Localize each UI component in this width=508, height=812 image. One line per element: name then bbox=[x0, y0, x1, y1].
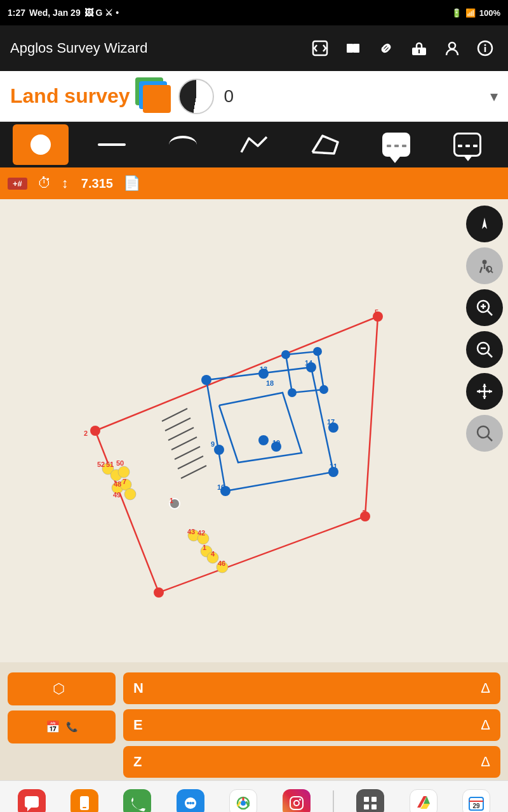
svg-point-97 bbox=[189, 802, 192, 804]
survey-header: Land survey 0 ▾ bbox=[0, 71, 508, 122]
time-display: 1:27 bbox=[8, 8, 25, 18]
comment-filled-button[interactable] bbox=[368, 124, 424, 165]
svg-point-8 bbox=[485, 44, 486, 46]
survey-number: 0 bbox=[219, 86, 485, 107]
svg-text:13: 13 bbox=[260, 365, 267, 373]
svg-text:49: 49 bbox=[113, 491, 121, 499]
svg-point-20 bbox=[201, 375, 211, 385]
elevation-coord-row[interactable]: Z Δ bbox=[123, 746, 500, 778]
arc-tool-button[interactable] bbox=[155, 124, 211, 165]
bottom-section: ⬡ 📅 📞 N Δ E Δ Z Δ bbox=[0, 662, 508, 780]
zoom-in-button[interactable] bbox=[466, 289, 503, 326]
link-icon[interactable] bbox=[373, 36, 399, 61]
zoom-out-button[interactable] bbox=[466, 331, 503, 368]
chat-app-button[interactable] bbox=[15, 787, 48, 813]
elevation-delta: Δ bbox=[481, 754, 490, 770]
north-label: N bbox=[133, 680, 144, 697]
bottom-left-buttons: ⬡ 📅 📞 bbox=[8, 672, 116, 743]
calendar-app-button[interactable]: 29 bbox=[460, 787, 493, 813]
svg-rect-1 bbox=[347, 44, 353, 53]
svg-text:7: 7 bbox=[123, 478, 126, 485]
drawing-toolbar bbox=[0, 122, 508, 167]
svg-rect-110 bbox=[371, 804, 377, 809]
layers-icon[interactable] bbox=[340, 36, 366, 61]
svg-rect-94 bbox=[83, 807, 86, 808]
call-app-button[interactable] bbox=[121, 787, 154, 813]
pan-button[interactable] bbox=[466, 373, 503, 410]
messages-app-button[interactable] bbox=[174, 787, 207, 813]
polygon-tool-button[interactable] bbox=[297, 124, 353, 165]
date-display: Wed, Jan 29 bbox=[29, 8, 81, 18]
svg-line-14 bbox=[178, 456, 203, 469]
svg-text:48: 48 bbox=[114, 480, 121, 488]
svg-text:1: 1 bbox=[203, 544, 206, 551]
status-bar: 1:27 Wed, Jan 29 🖼 G ⚔ • 🔋 📶 100% bbox=[0, 0, 508, 25]
navigation-button[interactable] bbox=[466, 247, 503, 284]
svg-marker-88 bbox=[489, 390, 492, 393]
point-icon bbox=[30, 134, 51, 155]
map-controls bbox=[466, 206, 503, 452]
elevation-label: Z bbox=[133, 754, 142, 770]
east-delta: Δ bbox=[481, 717, 490, 733]
toolbox-icon[interactable] bbox=[406, 36, 432, 61]
app-title: Apglos Survey Wizard bbox=[10, 40, 300, 56]
point-tool-button[interactable] bbox=[13, 124, 69, 165]
svg-text:2: 2 bbox=[84, 429, 88, 437]
layer-stack-icon[interactable] bbox=[135, 77, 173, 115]
svg-rect-108 bbox=[371, 797, 377, 802]
instagram-app-icon bbox=[283, 789, 311, 813]
calendar-button[interactable]: 📅 📞 bbox=[8, 710, 116, 743]
messages-app-icon bbox=[177, 789, 204, 813]
east-coord-row[interactable]: E Δ bbox=[123, 709, 500, 741]
svg-text:46: 46 bbox=[218, 560, 225, 567]
dropdown-arrow[interactable]: ▾ bbox=[490, 88, 498, 105]
drive-app-icon bbox=[410, 789, 438, 813]
battery-icon: 🔋 bbox=[451, 8, 462, 18]
share-button[interactable]: ⬡ bbox=[8, 672, 116, 705]
svg-line-10 bbox=[165, 418, 190, 431]
svg-point-27 bbox=[214, 445, 224, 455]
svg-point-28 bbox=[258, 435, 269, 445]
survey-title: Land survey bbox=[10, 84, 130, 108]
chat-app-icon bbox=[18, 789, 46, 813]
info-icon[interactable] bbox=[472, 36, 498, 61]
comment-outline-button[interactable] bbox=[439, 124, 495, 165]
grid-app-button[interactable] bbox=[354, 787, 387, 813]
svg-point-96 bbox=[187, 802, 189, 804]
svg-rect-91 bbox=[25, 796, 39, 808]
svg-line-82 bbox=[488, 353, 492, 357]
google-label: 📞 bbox=[66, 721, 78, 733]
svg-line-12 bbox=[171, 437, 197, 450]
phone-app-button[interactable] bbox=[68, 787, 101, 813]
person-icon[interactable] bbox=[439, 36, 465, 61]
page-icon: 📄 bbox=[123, 175, 140, 192]
north-coord-row[interactable]: N Δ bbox=[123, 672, 500, 704]
search-location-button[interactable] bbox=[466, 415, 503, 452]
battery-percent: 100% bbox=[479, 8, 500, 18]
svg-text:29: 29 bbox=[473, 802, 481, 809]
svg-line-72 bbox=[480, 267, 482, 273]
svg-point-70 bbox=[483, 260, 487, 265]
svg-line-15 bbox=[181, 466, 206, 478]
comment-filled-icon bbox=[382, 133, 410, 157]
svg-point-16 bbox=[90, 426, 100, 436]
polygon-icon bbox=[311, 133, 339, 156]
north-button[interactable] bbox=[466, 206, 503, 242]
comment-outline-icon bbox=[453, 133, 481, 157]
call-app-icon bbox=[123, 789, 151, 813]
line-icon bbox=[98, 143, 126, 146]
code-brackets-icon[interactable] bbox=[307, 36, 333, 61]
pie-chart-icon[interactable] bbox=[178, 79, 214, 114]
instagram-app-button[interactable] bbox=[280, 787, 313, 813]
status-left: 1:27 Wed, Jan 29 🖼 G ⚔ • bbox=[8, 8, 119, 18]
drive-app-button[interactable] bbox=[407, 787, 440, 813]
svg-marker-69 bbox=[482, 218, 487, 229]
svg-text:16: 16 bbox=[217, 483, 225, 491]
map-area[interactable]: 2 5 1 3 13 14 18 17 11 19 16 9 52 51 50 … bbox=[0, 199, 508, 662]
svg-point-100 bbox=[241, 801, 246, 806]
svg-marker-92 bbox=[27, 808, 31, 811]
svg-text:4: 4 bbox=[211, 550, 215, 558]
line-tool-button[interactable] bbox=[84, 124, 140, 165]
polyline-tool-button[interactable] bbox=[226, 124, 282, 165]
chrome-app-button[interactable] bbox=[227, 787, 260, 813]
